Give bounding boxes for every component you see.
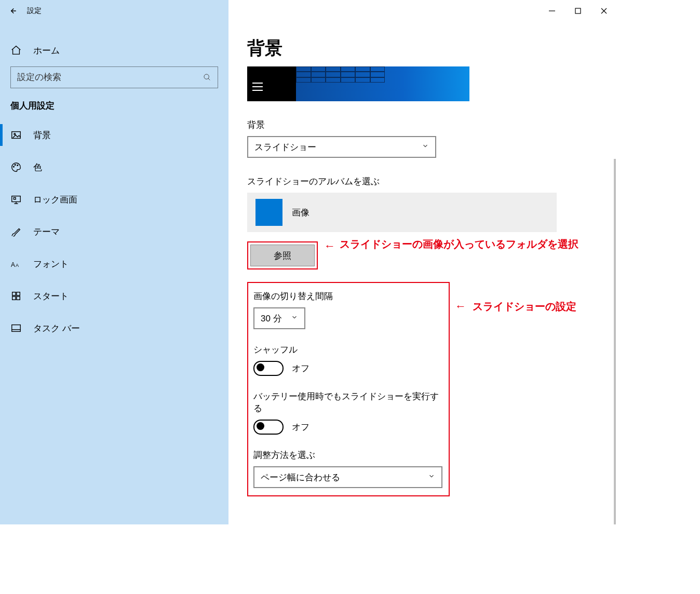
svg-point-12	[17, 165, 18, 166]
annotation-box-browse: 参照	[247, 241, 318, 269]
svg-text:A: A	[16, 263, 19, 268]
shuffle-label: シャッフル	[253, 344, 443, 356]
settings-window: 設定 ホーム	[0, 0, 617, 524]
svg-point-11	[15, 165, 16, 166]
annotation-arrow-1: ← スライドショーの画像が入っているフォルダを選択	[324, 239, 578, 253]
sidebar: ホーム 個人用設定 背景	[0, 22, 228, 524]
background-dropdown[interactable]: スライドショー	[247, 136, 436, 158]
svg-rect-19	[12, 292, 16, 295]
interval-dropdown-value: 30 分	[261, 313, 282, 325]
chevron-down-icon	[428, 473, 435, 482]
annotation-text-browse: スライドショーの画像が入っているフォルダを選択	[340, 236, 578, 252]
home-icon	[10, 45, 22, 56]
search-input[interactable]	[11, 72, 197, 83]
minimize-icon	[548, 7, 556, 15]
search-wrap	[0, 66, 228, 96]
interval-label: 画像の切り替え間隔	[253, 290, 443, 302]
picture-icon	[10, 129, 22, 141]
battery-toggle[interactable]	[253, 420, 284, 435]
svg-rect-13	[12, 196, 21, 202]
annotation-text-settings: スライドショーの設定	[473, 301, 576, 312]
svg-rect-16	[14, 197, 16, 199]
page-title: 背景	[247, 36, 598, 60]
sidebar-item-label: 色	[33, 161, 42, 173]
battery-label: バッテリー使用時でもスライドショーを実行する	[253, 390, 443, 414]
arrow-left-icon	[8, 6, 17, 16]
svg-rect-3	[575, 8, 581, 14]
arrow-left-icon: ←	[455, 300, 466, 313]
sidebar-item-taskbar[interactable]: タスク バー	[0, 312, 228, 344]
svg-line-7	[208, 78, 210, 80]
back-button[interactable]	[0, 0, 25, 22]
titlebar-left: 設定	[0, 0, 228, 22]
sidebar-home[interactable]: ホーム	[0, 34, 228, 66]
palette-icon	[10, 161, 22, 173]
titlebar-right	[228, 0, 617, 22]
chevron-down-icon	[422, 142, 429, 152]
svg-rect-21	[12, 296, 16, 300]
main-content: 背景 背景 スライドショー スライドショーのアルバムを選ぶ 画像 参照	[228, 22, 617, 524]
scrollbar[interactable]	[614, 159, 616, 524]
shuffle-toggle[interactable]	[253, 361, 284, 376]
sidebar-item-background[interactable]: 背景	[0, 119, 228, 151]
titlebar: 設定	[0, 0, 617, 22]
fit-dropdown[interactable]: ページ幅に合わせる	[253, 466, 442, 488]
taskbar-icon	[10, 322, 22, 334]
arrow-left-icon: ←	[324, 239, 335, 253]
browse-button[interactable]: 参照	[250, 245, 315, 266]
svg-point-6	[204, 74, 209, 79]
sidebar-item-label: スタート	[33, 290, 69, 302]
maximize-button[interactable]	[565, 0, 591, 22]
annotation-box-settings: 画像の切り替え間隔 30 分 シャッフル オフ バッテリー使用時でもスライドショ…	[247, 282, 450, 496]
sidebar-item-colors[interactable]: 色	[0, 151, 228, 183]
sidebar-item-start[interactable]: スタート	[0, 280, 228, 312]
fit-label: 調整方法を選ぶ	[253, 449, 443, 461]
sidebar-item-lockscreen[interactable]: ロック画面	[0, 183, 228, 215]
chevron-down-icon	[291, 314, 298, 323]
sidebar-item-themes[interactable]: テーマ	[0, 215, 228, 248]
sidebar-item-label: 背景	[33, 129, 51, 141]
minimize-button[interactable]	[539, 0, 565, 22]
album-label: スライドショーのアルバムを選ぶ	[247, 176, 598, 187]
search-icon	[197, 73, 218, 82]
window-title: 設定	[27, 6, 42, 16]
svg-rect-22	[17, 296, 20, 300]
browse-button-label: 参照	[274, 250, 291, 262]
interval-dropdown[interactable]: 30 分	[253, 307, 305, 329]
search-box[interactable]	[10, 66, 218, 88]
background-dropdown-value: スライドショー	[254, 141, 316, 153]
svg-point-9	[14, 133, 16, 135]
brush-icon	[10, 226, 22, 237]
svg-text:A: A	[11, 261, 15, 268]
svg-rect-20	[17, 292, 20, 295]
sidebar-item-label: テーマ	[33, 226, 60, 238]
svg-rect-23	[12, 325, 21, 332]
start-icon	[10, 290, 22, 302]
fit-dropdown-value: ページ幅に合わせる	[261, 471, 340, 483]
album-thumbnail	[255, 199, 282, 226]
sidebar-item-label: タスク バー	[33, 322, 80, 334]
close-button[interactable]	[591, 0, 617, 22]
svg-point-10	[14, 166, 15, 167]
monitor-icon	[10, 194, 22, 205]
maximize-icon	[574, 7, 582, 15]
sidebar-item-label: ロック画面	[33, 194, 77, 206]
album-selected-label: 画像	[292, 207, 309, 219]
sidebar-category: 個人用設定	[0, 96, 228, 119]
annotation-arrow-2: ← スライドショーの設定	[455, 298, 576, 315]
body: ホーム 個人用設定 背景	[0, 22, 617, 524]
shuffle-toggle-value: オフ	[292, 362, 309, 374]
sidebar-home-label: ホーム	[33, 45, 60, 57]
sidebar-item-label: フォント	[33, 258, 69, 270]
album-row[interactable]: 画像	[247, 193, 557, 232]
font-icon: AA	[10, 258, 22, 269]
background-label: 背景	[247, 119, 598, 131]
close-icon	[600, 7, 608, 15]
sidebar-item-fonts[interactable]: AA フォント	[0, 248, 228, 280]
desktop-preview	[247, 66, 469, 101]
battery-toggle-value: オフ	[292, 421, 309, 433]
